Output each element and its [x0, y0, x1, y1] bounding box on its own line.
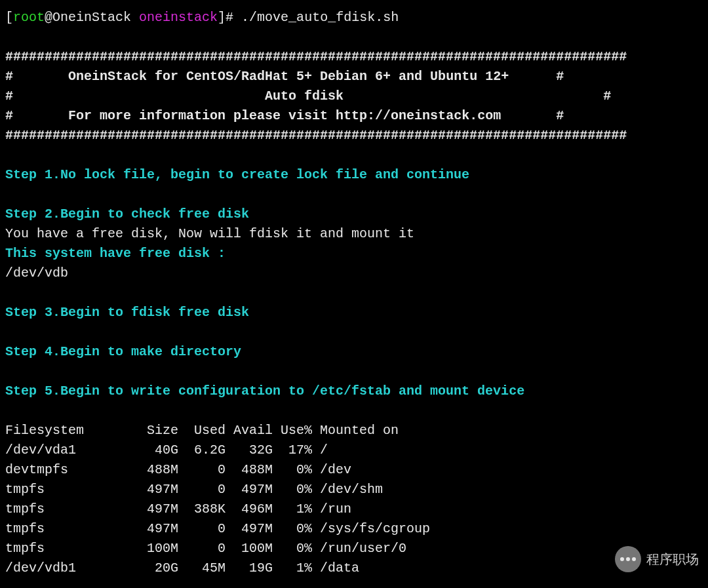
step-2-device: /dev/vdb	[5, 265, 68, 281]
watermark-text: 程序职场	[646, 549, 699, 569]
prompt-open: [	[5, 10, 13, 25]
chat-icon	[615, 546, 641, 572]
step-1: Step 1.No lock file, begin to create loc…	[5, 167, 469, 182]
prompt-dir: oneinstack	[139, 10, 218, 25]
command-text: ./move_auto_fdisk.sh	[241, 10, 399, 25]
prompt-user: root	[13, 10, 45, 25]
banner-row-3: # For more information please visit http…	[5, 108, 564, 123]
banner-hash-bottom: ########################################…	[5, 128, 627, 143]
step-2-freedisk: This system have free disk :	[5, 246, 226, 261]
df-rows: /dev/vda1 40G 6.2G 32G 17% / devtmpfs 48…	[5, 442, 430, 576]
terminal-output[interactable]: [root@OneinStack oneinstack]# ./move_aut…	[0, 0, 708, 586]
watermark: 程序职场	[615, 546, 699, 572]
prompt-close: ]#	[218, 10, 241, 25]
banner-hash-top: ########################################…	[5, 49, 627, 64]
step-3: Step 3.Begin to fdisk free disk	[5, 305, 249, 320]
step-2-message: You have a free disk, Now will fdisk it …	[5, 226, 414, 241]
step-5: Step 5.Begin to write configuration to /…	[5, 383, 524, 399]
df-header: Filesystem Size Used Avail Use% Mounted …	[5, 423, 399, 438]
prompt-host: @OneinStack	[45, 10, 139, 25]
banner-row-1: # OneinStack for CentOS/RadHat 5+ Debian…	[5, 69, 564, 84]
banner-row-2: # Auto fdisk #	[5, 88, 611, 104]
step-4: Step 4.Begin to make directory	[5, 344, 241, 359]
step-2: Step 2.Begin to check free disk	[5, 206, 249, 222]
